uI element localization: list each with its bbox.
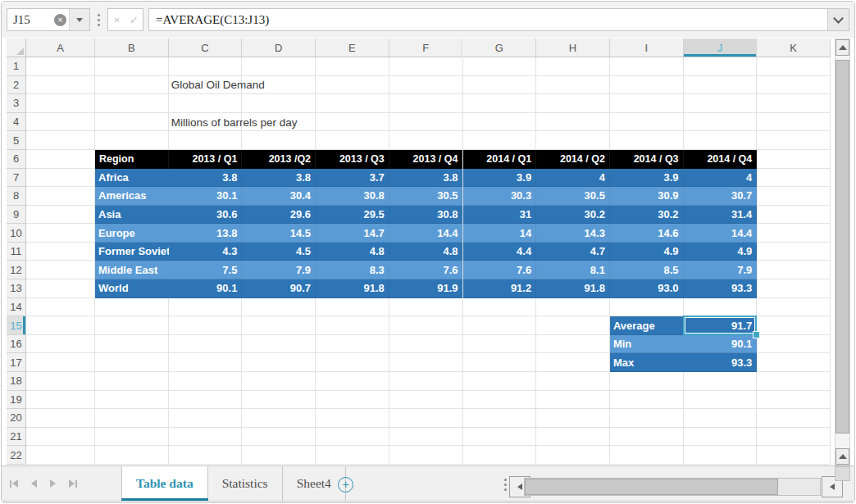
cell-J16[interactable]: 90.1 (684, 335, 758, 354)
cell-C12[interactable]: 7.5 (169, 261, 243, 279)
row-header-12[interactable]: 12 (7, 261, 26, 279)
cell-E7[interactable]: 3.7 (316, 169, 389, 188)
vertical-scrollbar[interactable] (835, 39, 850, 465)
row-header-11[interactable]: 11 (7, 243, 26, 261)
row-header-10[interactable]: 10 (7, 224, 26, 243)
cell-F11[interactable]: 4.8 (389, 243, 463, 261)
cell-G10[interactable]: 14 (463, 224, 537, 243)
cell-E8[interactable]: 30.8 (316, 187, 389, 206)
column-header-J[interactable]: J (684, 39, 758, 57)
row-header-2[interactable]: 2 (7, 76, 26, 95)
cell-D10[interactable]: 14.5 (242, 224, 316, 243)
column-header-B[interactable]: B (95, 39, 169, 57)
cell-E11[interactable]: 4.8 (316, 243, 389, 261)
row-header-21[interactable]: 21 (7, 428, 26, 447)
formula-input[interactable]: =AVERAGE(C13:J13) (148, 8, 849, 31)
tab-table-data[interactable]: Table data (121, 466, 208, 501)
cell-J17[interactable]: 93.3 (684, 353, 758, 372)
cell-H12[interactable]: 8.1 (536, 261, 610, 279)
cell-G9[interactable]: 31 (463, 206, 537, 225)
row-header-7[interactable]: 7 (7, 169, 26, 188)
cell-C11[interactable]: 4.3 (169, 243, 243, 261)
tab-statistics[interactable]: Statistics (208, 466, 283, 501)
nav-last-button[interactable] (69, 479, 77, 488)
fill-handle[interactable] (753, 331, 760, 338)
cell-C9[interactable]: 30.6 (169, 206, 243, 225)
cell-B8[interactable]: Americas (95, 187, 169, 206)
cancel-button[interactable]: × (108, 14, 125, 26)
column-header-A[interactable]: A (26, 39, 95, 57)
cell-H7[interactable]: 4 (536, 169, 610, 188)
cell-J13[interactable]: 93.3 (684, 279, 758, 298)
cell-B13[interactable]: World (95, 279, 169, 298)
cell-C6[interactable]: 2013 / Q1 (169, 150, 243, 169)
cell-D9[interactable]: 29.6 (242, 206, 316, 225)
cell-I12[interactable]: 8.5 (610, 261, 684, 279)
cell-F9[interactable]: 30.8 (389, 206, 463, 225)
row-header-13[interactable]: 13 (7, 279, 26, 298)
cell-C4[interactable]: Millions of barrels per day (169, 113, 389, 132)
scroll-down-button[interactable] (836, 448, 849, 465)
cell-D7[interactable]: 3.8 (242, 169, 316, 188)
cell-H13[interactable]: 91.8 (536, 279, 610, 298)
row-header-4[interactable]: 4 (7, 113, 26, 132)
cell-H11[interactable]: 4.7 (536, 243, 610, 261)
cell-F12[interactable]: 7.6 (389, 261, 463, 279)
nav-prev-button[interactable] (31, 479, 37, 488)
cell-I13[interactable]: 93.0 (610, 279, 684, 298)
column-header-D[interactable]: D (242, 39, 316, 57)
vertical-scroll-thumb[interactable] (836, 60, 849, 434)
cell-J11[interactable]: 4.9 (684, 243, 758, 261)
cell-I8[interactable]: 30.9 (610, 187, 684, 206)
cell-G12[interactable]: 7.6 (463, 261, 537, 279)
cell-E6[interactable]: 2013 / Q3 (316, 150, 389, 169)
row-header-22[interactable]: 22 (7, 446, 26, 465)
cell-C7[interactable]: 3.8 (169, 169, 243, 188)
row-header-16[interactable]: 16 (7, 335, 26, 354)
cell-D11[interactable]: 4.5 (242, 243, 316, 261)
cell-E9[interactable]: 29.5 (316, 206, 389, 225)
cell-B6[interactable]: Region (95, 150, 169, 169)
cell-H6[interactable]: 2014 / Q2 (536, 150, 610, 169)
cell-F6[interactable]: 2013 / Q4 (389, 150, 463, 169)
cell-J10[interactable]: 14.4 (684, 224, 758, 243)
cell-H10[interactable]: 14.3 (536, 224, 610, 243)
horizontal-scroll-thumb[interactable] (525, 479, 778, 495)
cell-J8[interactable]: 30.7 (684, 187, 758, 206)
cell-J12[interactable]: 7.9 (684, 261, 758, 279)
select-all-corner[interactable] (7, 39, 26, 57)
column-header-K[interactable]: K (757, 39, 831, 57)
column-header-H[interactable]: H (536, 39, 610, 57)
cell-F10[interactable]: 14.4 (389, 224, 463, 243)
horizontal-scrollbar[interactable] (524, 478, 821, 496)
cell-I15[interactable]: Average (610, 316, 684, 335)
name-box-dropdown-button[interactable] (69, 9, 89, 30)
row-header-19[interactable]: 19 (7, 391, 26, 410)
cell-C8[interactable]: 30.1 (169, 187, 243, 206)
cell-B7[interactable]: Africa (95, 169, 169, 188)
cell-F13[interactable]: 91.9 (389, 279, 463, 298)
cell-I7[interactable]: 3.9 (610, 169, 684, 188)
cell-G13[interactable]: 91.2 (463, 279, 537, 298)
cell-E12[interactable]: 8.3 (316, 261, 389, 279)
clear-icon[interactable]: × (54, 14, 66, 26)
nav-first-button[interactable] (10, 479, 18, 488)
cell-G6[interactable]: 2014 / Q1 (463, 150, 537, 169)
formula-expand-button[interactable] (827, 9, 849, 30)
cell-J9[interactable]: 31.4 (684, 206, 758, 225)
column-header-I[interactable]: I (610, 39, 684, 57)
cell-F8[interactable]: 30.5 (389, 187, 463, 206)
cell-I10[interactable]: 14.6 (610, 224, 684, 243)
tab-sheet4[interactable]: Sheet4 (283, 466, 346, 501)
cell-B11[interactable]: Former Soviet Union (95, 243, 169, 261)
cell-D13[interactable]: 90.7 (242, 279, 316, 298)
cell-B10[interactable]: Europe (95, 224, 169, 243)
name-box[interactable]: J15 × (7, 8, 90, 31)
cell-F7[interactable]: 3.8 (389, 169, 463, 188)
row-header-14[interactable]: 14 (7, 298, 26, 317)
cell-E13[interactable]: 91.8 (316, 279, 389, 298)
cell-C10[interactable]: 13.8 (169, 224, 243, 243)
cell-D12[interactable]: 7.9 (242, 261, 316, 279)
cell-D8[interactable]: 30.4 (242, 187, 316, 206)
column-header-E[interactable]: E (316, 39, 389, 57)
